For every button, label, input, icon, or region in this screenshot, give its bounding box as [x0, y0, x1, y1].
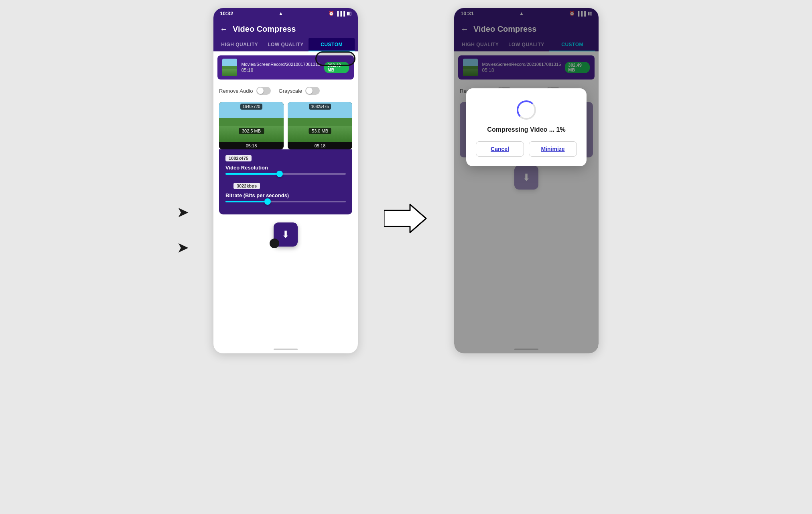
compress-minimize-button[interactable]: Minimize	[529, 141, 577, 157]
left-bottom-indicator	[274, 349, 298, 350]
left-controls-section: 1082x475 Video Resolution 3022kbps Bitra…	[219, 149, 352, 214]
left-bitrate-slider-container: 3022kbps Bitrate (Bits per seconds)	[225, 183, 346, 202]
left-preview-img-original: 1640x720 302.5 MB	[219, 102, 284, 142]
left-grayscale-knob	[306, 88, 313, 94]
left-res-compressed: 1082x475	[309, 104, 331, 110]
left-phone: 10:32 ▲ ⏰ ▐▐▐ ▮▯ ← Video Compress HIGH Q…	[213, 8, 358, 353]
left-grayscale-toggle: Grayscale	[279, 87, 320, 95]
right-pointing-arrow	[384, 202, 428, 240]
left-bitrate-track[interactable]	[225, 201, 346, 202]
left-remove-audio-toggle: Remove Audio	[219, 87, 271, 95]
left-bitrate-label: Bitrate (Bits per seconds)	[225, 192, 346, 198]
left-duration-compressed: 05:18	[288, 142, 352, 149]
left-resolution-fill	[225, 173, 280, 175]
left-bitrate-thumb[interactable]	[264, 198, 271, 205]
left-resolution-thumb[interactable]	[276, 171, 283, 177]
left-file-size: 302.49 MB	[324, 62, 349, 73]
left-grayscale-label: Grayscale	[279, 88, 302, 94]
left-status-bar: 10:32 ▲ ⏰ ▐▐▐ ▮▯	[213, 8, 358, 19]
left-app-header: ← Video Compress	[213, 19, 358, 38]
left-side-arrow-2: ➤	[177, 240, 188, 255]
left-fab-dot	[270, 239, 279, 248]
left-file-details: Movies/ScreenRecord/20210817081315 05:18	[241, 62, 320, 73]
compress-spinner	[517, 100, 536, 120]
tab-high-quality-left[interactable]: HIGH QUALITY	[217, 38, 263, 51]
left-side-arrow-1: ➤	[177, 205, 188, 220]
left-resolution-bubble: 1082x475	[225, 155, 252, 161]
left-preview-cards: 1640x720 302.5 MB 05:18 1082x475 53.0 MB…	[219, 102, 352, 149]
left-remove-audio-switch[interactable]	[256, 87, 271, 95]
left-preview-section: 1640x720 302.5 MB 05:18 1082x475 53.0 MB…	[213, 98, 358, 149]
left-preview-original: 1640x720 302.5 MB 05:18	[219, 102, 284, 149]
compress-dialog-title: Compressing Video ... 1%	[476, 126, 577, 133]
left-file-duration: 05:18	[241, 67, 320, 73]
tab-low-quality-left[interactable]: LOW QUALITY	[263, 38, 309, 51]
center-arrow	[382, 202, 430, 240]
left-grayscale-switch[interactable]	[305, 87, 320, 95]
left-res-original: 1640x720	[240, 104, 263, 110]
left-preview-compressed: 1082x475 53.0 MB 05:18	[288, 102, 352, 149]
left-size-compressed: 53.0 MB	[309, 128, 331, 134]
left-fab-area: ⬇	[213, 214, 358, 255]
left-tabs: HIGH QUALITY LOW QUALITY CUSTOM	[213, 38, 358, 51]
battery-icon: ▮▯	[347, 11, 351, 16]
tab-custom-left[interactable]: CUSTOM	[309, 38, 355, 51]
compress-icon: ⬇	[282, 229, 290, 240]
signal-icon: ▐▐▐	[336, 11, 345, 16]
left-resolution-track[interactable]	[225, 173, 346, 175]
left-file-thumbnail	[222, 59, 237, 76]
left-time: 10:32	[220, 10, 233, 16]
right-dialog-overlay: Compressing Video ... 1% Cancel Minimize	[454, 8, 599, 353]
right-phone: 10:31 ▲ ⏰ ▐▐▐ ▮▯ ← Video Compress HIGH Q…	[454, 8, 599, 353]
compress-dialog-buttons: Cancel Minimize	[476, 141, 577, 157]
left-status-warning: ▲	[278, 10, 283, 16]
left-toggle-row: Remove Audio Grayscale	[213, 84, 358, 98]
left-remove-audio-knob	[257, 88, 264, 94]
left-preview-img-compressed: 1082x475 53.0 MB	[288, 102, 352, 142]
left-status-icons: ⏰ ▐▐▐ ▮▯	[329, 11, 351, 16]
left-size-original: 302.5 MB	[239, 128, 264, 134]
left-resolution-slider-container: 1082x475 Video Resolution	[225, 155, 346, 175]
left-file-info: Movies/ScreenRecord/20210817081315 05:18…	[217, 55, 354, 80]
left-resolution-label: Video Resolution	[225, 165, 346, 171]
alarm-icon: ⏰	[329, 11, 334, 16]
compress-dialog: Compressing Video ... 1% Cancel Minimize	[466, 88, 587, 166]
left-duration-original: 05:18	[219, 142, 284, 149]
left-bitrate-bubble: 3022kbps	[233, 183, 260, 189]
left-app-title: Video Compress	[233, 24, 296, 34]
svg-marker-0	[384, 204, 426, 233]
compress-cancel-button[interactable]: Cancel	[476, 141, 524, 157]
left-bottom-bar	[213, 345, 358, 353]
left-back-button[interactable]: ←	[220, 24, 228, 34]
left-remove-audio-label: Remove Audio	[219, 88, 253, 94]
left-bitrate-fill	[225, 201, 268, 202]
left-file-path: Movies/ScreenRecord/20210817081315	[241, 62, 320, 67]
